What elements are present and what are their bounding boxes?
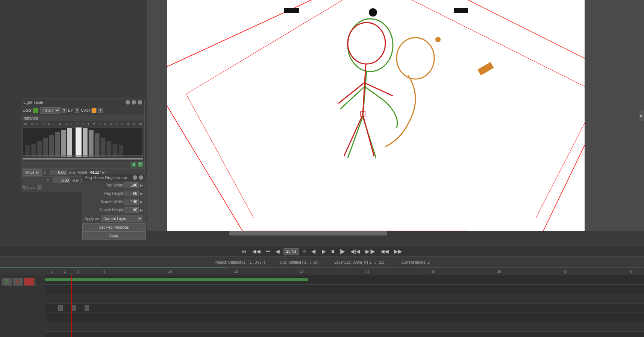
color-label-2: Color (81, 108, 90, 112)
x-indicator[interactable]: O (138, 162, 143, 167)
instance-row: Instance (21, 115, 144, 121)
step-back-btn[interactable]: ↩ (264, 247, 272, 255)
thumb-3 (24, 278, 35, 286)
y-input[interactable] (53, 178, 70, 183)
peg-minimize-btn[interactable] (133, 175, 137, 180)
instance-dropdown[interactable]: Instance (40, 107, 61, 114)
track-row-6[interactable] (45, 322, 644, 332)
canvas-hscrollbar[interactable] (147, 231, 644, 235)
ruler-tick-2: 2 (58, 270, 71, 273)
svg-line-2 (167, 75, 242, 231)
set-peg-positions-btn[interactable]: Set Peg Positions (82, 223, 145, 231)
bin-dropdown-arrow[interactable]: ▼ (75, 108, 79, 113)
move-all-btn[interactable]: Move all (23, 169, 42, 176)
prev-anim-btn[interactable]: ◀◀ (379, 247, 390, 255)
canvas-overlay (167, 0, 585, 231)
peg-height-row: Peg Height ▶ (82, 190, 145, 198)
track-row-4[interactable] (45, 304, 644, 313)
canvas-hscrollbar-thumb[interactable] (229, 231, 387, 235)
svg-line-11 (340, 87, 365, 109)
y-field-label: Y (47, 178, 52, 182)
color-swatch-green[interactable] (33, 108, 38, 113)
scroll-right-arrow[interactable]: ▶ (639, 110, 644, 121)
prev-btn[interactable]: ◀ (274, 247, 281, 255)
svg-point-15 (348, 23, 385, 64)
status-bar: Project: Untitled (1) [ 1 , 3 (3) ] Clip… (0, 257, 644, 267)
search-width-input[interactable] (124, 199, 139, 205)
svg-rect-31 (61, 130, 66, 157)
x-row: · ··· ··· ··· ··· X O (21, 161, 144, 168)
fps-display[interactable]: 25 fps (283, 248, 299, 255)
svg-rect-33 (76, 128, 82, 157)
thumb-2 (13, 278, 23, 286)
svg-line-45 (17, 279, 18, 284)
peg-holes-panel: Peg-Holes Registration Peg Width ▶ Peg H… (82, 174, 146, 240)
peg-height-arrow[interactable]: ▶ (140, 191, 143, 196)
prev-frame2-btn[interactable]: ◀|◀ (349, 247, 362, 255)
play-btn[interactable]: ▶ (320, 247, 327, 255)
track-content[interactable] (45, 275, 644, 337)
onion-skin-graph[interactable] (23, 127, 143, 157)
color-dropdown-arrow[interactable]: ▼ (98, 108, 103, 113)
fps-sync-btn[interactable]: ⟳ (302, 249, 308, 254)
minimize-btn[interactable] (126, 100, 130, 105)
timeline-area[interactable]: 1 2 3 5 10 15 20 25 30 35 (0, 267, 644, 337)
stop-btn[interactable]: ■ (330, 247, 336, 255)
y-right-arrow[interactable]: ▶ (76, 178, 79, 182)
prev-key-btn[interactable]: ◀| (310, 247, 318, 255)
top-marker-right (454, 8, 468, 13)
svg-rect-38 (107, 141, 112, 157)
search-height-input[interactable] (124, 207, 139, 213)
track-1-bar (45, 278, 308, 281)
svg-line-8 (536, 94, 585, 218)
prev-frame-btn[interactable]: ◀◀ (251, 247, 262, 255)
light-table-titlebar: Light Table (21, 99, 144, 106)
close-btn[interactable] (138, 100, 142, 105)
color-swatch-orange[interactable] (91, 108, 97, 113)
instance-dropdown-arrow[interactable]: ▼ (62, 108, 67, 113)
search-width-label: Search Width (85, 200, 123, 204)
frame-cell-3[interactable] (85, 305, 89, 311)
playhead (71, 275, 72, 337)
peg-width-arrow[interactable]: ▶ (140, 183, 143, 187)
ruler-tick-15: 15 (229, 270, 242, 273)
tracks-area (0, 275, 644, 337)
clip-status: Clip: Untitled [ 1 , 3 (3) ] (280, 260, 319, 264)
dots-4: ··· (127, 163, 130, 167)
track-row-5[interactable] (45, 313, 644, 322)
svg-line-12 (365, 87, 385, 102)
peg-width-input[interactable] (124, 182, 139, 188)
options-checkbox[interactable]: ✓ (37, 185, 42, 190)
spacer-1: · (23, 163, 26, 167)
add-track-btn[interactable] (35, 278, 39, 286)
canvas-viewport[interactable]: ▶ (147, 0, 644, 231)
svg-point-22 (397, 38, 434, 79)
frame-cell-1[interactable] (58, 305, 63, 311)
svg-rect-27 (37, 141, 42, 157)
next-anim-btn[interactable]: ▶▶ (392, 247, 404, 255)
apply-btn[interactable]: Apply (82, 231, 145, 240)
y-left-arrow[interactable]: ◀ (72, 178, 75, 182)
svg-rect-36 (95, 134, 100, 157)
track-row-2[interactable] (45, 285, 644, 294)
svg-rect-35 (89, 130, 94, 157)
track-row-3[interactable] (45, 294, 644, 304)
search-height-arrow[interactable]: ▶ (140, 208, 143, 212)
to-end-btn[interactable]: |▶ (338, 247, 347, 255)
x-input[interactable] (50, 170, 67, 175)
search-width-arrow[interactable]: ▶ (140, 200, 143, 204)
x-left-arrow[interactable]: ◀ (68, 170, 71, 175)
svg-line-6 (374, 0, 585, 94)
peg-close-btn[interactable] (139, 175, 143, 180)
peg-height-input[interactable] (124, 191, 139, 196)
restore-btn[interactable] (132, 100, 136, 105)
to-start-btn[interactable]: ⏮ (240, 247, 249, 255)
next-frame-btn[interactable]: ▶|▶ (364, 247, 377, 255)
options-label: Options (23, 186, 35, 190)
apply-on-dropdown[interactable]: Current Layer (101, 216, 143, 222)
onion-skin-container: 10 9 8 7 6 5 4 3 2 1 0 1 2 3 4 5 6 7 8 9… (21, 121, 144, 161)
track-row-1[interactable] (45, 275, 644, 285)
ruler-tick-1: 1 (45, 270, 58, 273)
layer-status: Layer(1/1): Anim_0 [ 1 , 3 (31) ] (334, 260, 386, 264)
x-right-arrow[interactable]: ▶ (73, 170, 76, 175)
